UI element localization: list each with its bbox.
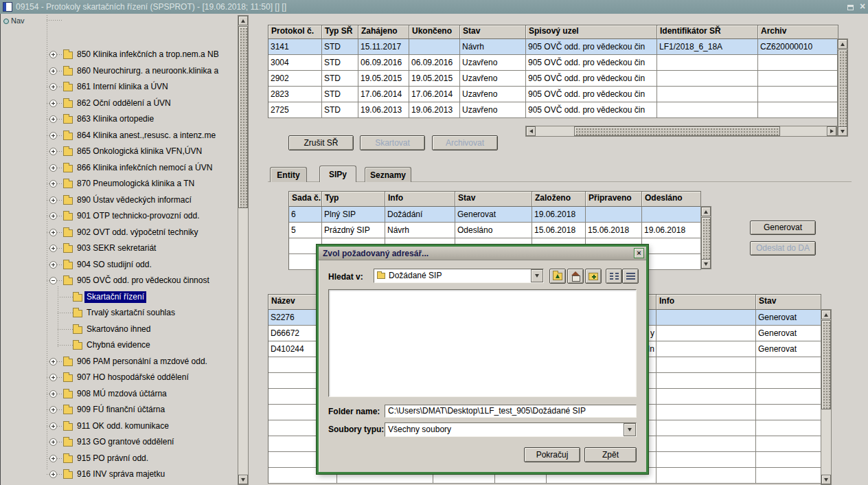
column-header[interactable]: Zahájeno bbox=[358, 25, 409, 39]
scroll-up-button[interactable] bbox=[238, 16, 248, 25]
list-view-button[interactable] bbox=[606, 269, 622, 284]
tree-expander-icon[interactable] bbox=[49, 374, 57, 381]
scrollbar-thumb[interactable] bbox=[574, 126, 780, 136]
tree-expander-icon[interactable] bbox=[49, 438, 57, 446]
tree-item[interactable]: 901 OTP technicko-provozní odd. bbox=[41, 208, 238, 224]
tree-expander-icon[interactable] bbox=[49, 83, 57, 91]
tree-item[interactable]: 907 HO hospodářské oddělení bbox=[41, 370, 238, 385]
tree-item[interactable]: 911 OK odd. komunikace bbox=[41, 418, 238, 434]
tree-item[interactable]: Skartační řízení bbox=[41, 289, 238, 305]
table-row[interactable]: 6Plný SIPDožádáníGenerovat19.06.2018 bbox=[289, 207, 701, 223]
column-header[interactable]: Stav bbox=[756, 295, 821, 310]
tree-item[interactable]: 866 Klinika infekčních nemocí a ÚVN bbox=[41, 160, 238, 176]
files-of-type-combobox[interactable]: Všechny soubory bbox=[385, 422, 637, 437]
tree-item[interactable]: Trvalý skartační souhlas bbox=[41, 305, 238, 321]
tab-sipy[interactable]: SIPy bbox=[319, 166, 356, 182]
tree-item[interactable]: 861 Interní klinika a ÚVN bbox=[41, 79, 238, 95]
scroll-down-button[interactable] bbox=[821, 475, 831, 484]
tree-item[interactable]: Chybná evidence bbox=[41, 337, 238, 353]
tree-item[interactable]: 906 PAM personální a mzdové odd. bbox=[41, 354, 238, 370]
table-row[interactable]: 2823STD17.06.201417.06.2014Uzavřeno905 O… bbox=[269, 87, 838, 102]
tree-item[interactable]: 908 MÚ mzdová účtárna bbox=[41, 386, 238, 402]
scroll-down-button[interactable] bbox=[701, 259, 711, 269]
tree-item[interactable]: 863 Klinika ortopedie bbox=[41, 111, 238, 127]
generovat-button[interactable]: Generovat bbox=[750, 221, 816, 235]
tab-seznamy[interactable]: Seznamy bbox=[365, 167, 411, 182]
column-header[interactable]: Ukončeno bbox=[409, 25, 460, 39]
column-header[interactable]: Typ SŘ bbox=[322, 25, 358, 39]
scroll-up-button[interactable] bbox=[838, 39, 847, 49]
back-button[interactable]: Zpět bbox=[584, 447, 637, 462]
table-row[interactable]: 2725STD19.06.201319.06.2013Uzavřeno905 O… bbox=[269, 102, 838, 118]
tree-item[interactable]: 860 Neurochirurg. a neuroonk.klinika a bbox=[41, 63, 238, 79]
table-row[interactable]: 5Prázdný SIPNávrhOdesláno15.06.201815.06… bbox=[289, 223, 701, 238]
tree-item[interactable]: 903 SEKR sekretariát bbox=[41, 240, 238, 256]
column-header[interactable]: Založeno bbox=[532, 192, 586, 207]
tree-expander-icon[interactable] bbox=[49, 132, 57, 139]
scroll-right-button[interactable] bbox=[827, 126, 836, 136]
new-folder-button[interactable] bbox=[585, 269, 602, 284]
tree-expander-icon[interactable] bbox=[49, 212, 57, 220]
tab-entity[interactable]: Entity bbox=[270, 167, 307, 182]
tree-item[interactable]: 916 INV správa majetku bbox=[41, 466, 238, 482]
continue-button[interactable]: Pokračuj bbox=[524, 447, 580, 462]
table-row[interactable]: 2902STD19.05.201519.05.2015Uzavřeno905 O… bbox=[269, 71, 838, 87]
tree-item[interactable]: 865 Onkologická klinika VFN,ÚVN bbox=[41, 144, 238, 159]
tree-expander-icon[interactable] bbox=[49, 164, 57, 172]
tree-expander-icon[interactable] bbox=[49, 390, 57, 398]
home-button[interactable] bbox=[567, 269, 584, 284]
column-header[interactable]: Typ bbox=[322, 192, 385, 207]
odeslat-do-da-button[interactable]: Odeslat do DA bbox=[750, 241, 816, 256]
tree-item[interactable]: 862 Oční oddělení a ÚVN bbox=[41, 95, 238, 111]
dialog-close-button[interactable]: × bbox=[634, 248, 644, 258]
tree-expander-icon[interactable] bbox=[49, 180, 57, 188]
tree-expander-icon[interactable] bbox=[49, 196, 57, 204]
column-header[interactable]: Spisový uzel bbox=[526, 25, 657, 39]
tree-expander-icon[interactable] bbox=[49, 100, 57, 107]
archivovat-button[interactable]: Archivovat bbox=[432, 135, 498, 150]
tree-expander-icon[interactable] bbox=[49, 422, 57, 430]
tree-item[interactable]: 905 OVČ odd. pro vědeckou činnost bbox=[41, 273, 238, 289]
window-restore-button[interactable] bbox=[847, 3, 856, 11]
tree-item[interactable]: 864 Klinika anest.,resusc. a intenz.me bbox=[41, 128, 238, 144]
tree-item[interactable]: 850 Klinika infekčních a trop.nem.a NB bbox=[41, 47, 238, 63]
tree-item[interactable]: Skartováno ihned bbox=[41, 322, 238, 337]
file-list[interactable] bbox=[328, 289, 637, 397]
tree-item[interactable]: 913 GO grantové oddělení bbox=[41, 434, 238, 450]
tree-expander-icon[interactable] bbox=[49, 471, 57, 478]
tree-expander-icon[interactable] bbox=[49, 229, 57, 236]
tree-item[interactable]: 915 PO právní odd. bbox=[41, 451, 238, 466]
scroll-left-button[interactable] bbox=[526, 126, 536, 136]
tree-expander-icon[interactable] bbox=[49, 261, 57, 269]
tree-expander-icon[interactable] bbox=[49, 406, 57, 414]
tree-item[interactable]: 870 Pneumologická klinika a TN bbox=[41, 176, 238, 192]
window-close-button[interactable]: × bbox=[858, 0, 867, 14]
column-header[interactable]: Odesláno bbox=[642, 192, 701, 207]
column-header[interactable]: Protokol č. bbox=[269, 25, 322, 39]
column-header[interactable]: Sada č. bbox=[289, 192, 322, 207]
tree-item[interactable]: 909 FÚ finanční účtárna bbox=[41, 402, 238, 418]
tree-expander-icon[interactable] bbox=[49, 67, 57, 75]
tree-expander-icon[interactable] bbox=[49, 245, 57, 252]
skartovat-button[interactable]: Skartovat bbox=[360, 135, 425, 150]
scrollbar-thumb[interactable] bbox=[238, 26, 248, 208]
tree-expander-icon[interactable] bbox=[49, 115, 57, 123]
table-row[interactable]: 3004STD06.09.201606.09.2016Uzavřeno905 O… bbox=[269, 55, 838, 71]
details-view-button[interactable] bbox=[622, 269, 639, 284]
tree-expander-icon[interactable] bbox=[49, 455, 57, 462]
tree-item[interactable]: 890 Ústav vědeckých informací bbox=[41, 192, 238, 208]
scroll-down-button[interactable] bbox=[238, 475, 248, 484]
dialog-titlebar[interactable]: Zvol požadovaný adresář... × bbox=[319, 247, 646, 260]
column-header[interactable]: Info bbox=[656, 295, 756, 310]
tree-expander-icon[interactable] bbox=[49, 358, 57, 365]
tree-expander-icon[interactable] bbox=[49, 51, 57, 58]
zrusit-sr-button[interactable]: Zrušit SŘ bbox=[288, 135, 354, 150]
column-header[interactable]: Info bbox=[385, 192, 455, 207]
column-header[interactable]: Stav bbox=[455, 192, 532, 207]
scroll-up-button[interactable] bbox=[821, 310, 831, 319]
tree-expander-icon[interactable] bbox=[49, 277, 57, 284]
dropdown-arrow-icon[interactable] bbox=[531, 269, 543, 282]
dropdown-arrow-icon[interactable] bbox=[624, 423, 636, 436]
table-row[interactable]: 3141STD15.11.2017Návrh905 OVČ odd. pro v… bbox=[269, 39, 838, 55]
scrollbar-thumb[interactable] bbox=[838, 49, 847, 127]
